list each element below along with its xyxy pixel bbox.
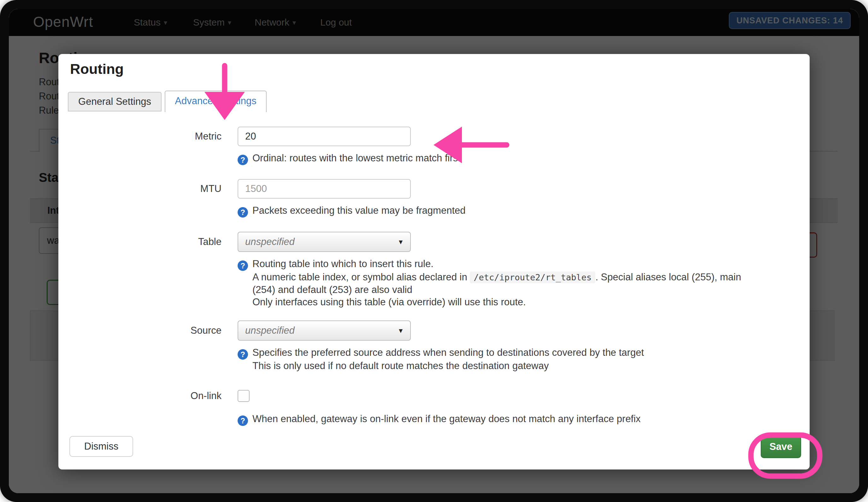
form-row-table: Table unspecified▾ ?Routing table into w… <box>58 232 800 308</box>
routing-modal: Routing General Settings Advanced Settin… <box>58 54 810 470</box>
mtu-input[interactable] <box>238 179 411 199</box>
form-row-onlink: On-link ?When enabled, gateway is on-lin… <box>58 390 800 426</box>
help-icon: ? <box>238 349 248 360</box>
onlink-label: On-link <box>58 390 221 402</box>
window-frame: OpenWrt Status▾ System▾ Network▾ Log out… <box>0 0 868 502</box>
metric-help: ?Ordinal: routes with the lowest metric … <box>238 152 800 165</box>
tab-general-settings[interactable]: General Settings <box>68 92 162 111</box>
screenshot-root: OpenWrt Status▾ System▾ Network▾ Log out… <box>0 0 868 502</box>
source-label: Source <box>58 320 221 341</box>
form-row-mtu: MTU ?Packets exceeding this value may be… <box>58 179 800 218</box>
help-icon: ? <box>238 260 248 271</box>
dismiss-button[interactable]: Dismiss <box>70 436 133 457</box>
help-icon: ? <box>238 155 248 165</box>
metric-label: Metric <box>58 127 221 146</box>
save-button[interactable]: Save <box>761 435 801 458</box>
metric-input[interactable] <box>238 127 411 146</box>
table-help: ?Routing table into which to insert this… <box>238 258 800 308</box>
source-help: ?Specifies the preferred source address … <box>238 347 800 372</box>
mtu-help: ?Packets exceeding this value may be fra… <box>238 204 800 218</box>
source-select[interactable]: unspecified▾ <box>238 320 411 341</box>
table-select[interactable]: unspecified▾ <box>238 232 411 252</box>
help-icon: ? <box>238 415 248 426</box>
modal-title: Routing <box>70 61 124 77</box>
onlink-help: ?When enabled, gateway is on-link even i… <box>238 413 800 426</box>
chevron-down-icon: ▾ <box>399 321 403 340</box>
table-label: Table <box>58 232 221 252</box>
form-row-metric: Metric ?Ordinal: routes with the lowest … <box>58 127 800 165</box>
onlink-checkbox[interactable] <box>238 390 250 402</box>
form-row-source: Source unspecified▾ ?Specifies the prefe… <box>58 320 800 372</box>
code-rt-tables-path: /etc/iproute2/rt_tables <box>470 272 596 283</box>
help-icon: ? <box>238 207 248 218</box>
mtu-label: MTU <box>58 179 221 199</box>
tab-advanced-settings[interactable]: Advanced Settings <box>165 91 267 112</box>
browser-viewport: OpenWrt Status▾ System▾ Network▾ Log out… <box>9 9 859 493</box>
chevron-down-icon: ▾ <box>399 232 403 251</box>
